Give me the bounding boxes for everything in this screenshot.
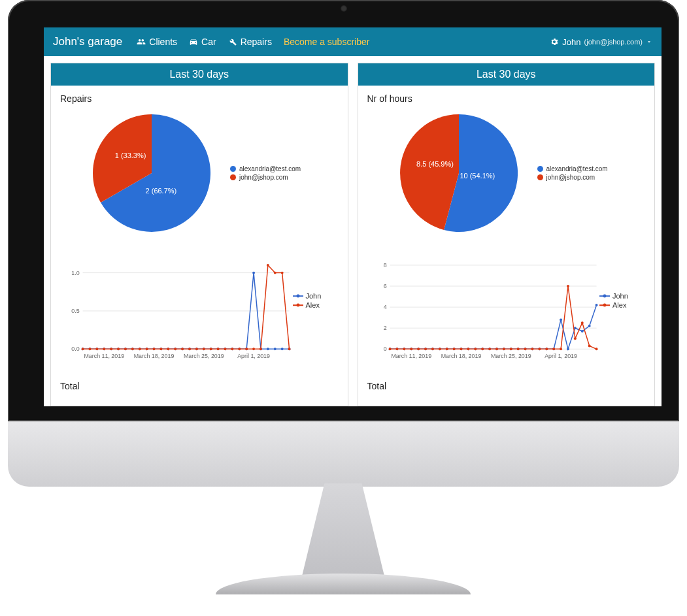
repairs-total-label: Total — [60, 381, 339, 391]
pie-right-blue-label: 10 (54.1%) — [460, 172, 495, 180]
repairs-line-chart: 0.00.51.0March 11, 2019March 18, 2019Mar… — [60, 258, 293, 369]
panel-hours: Last 30 days Nr of hours 8.5 (45.9%) 10 … — [358, 63, 656, 406]
svg-point-52 — [167, 348, 169, 350]
svg-point-41 — [88, 348, 91, 350]
svg-text:March 25, 2019: March 25, 2019 — [184, 353, 224, 359]
brand-title[interactable]: John's garage — [53, 35, 122, 48]
legend-alex-line-2: Alex — [612, 301, 626, 309]
svg-point-67 — [274, 272, 276, 274]
monitor-bezel: John's garage Clients Car Repairs Become… — [8, 0, 679, 421]
svg-point-60 — [224, 348, 227, 350]
nav-repairs[interactable]: Repairs — [228, 37, 272, 47]
svg-point-40 — [82, 348, 84, 350]
svg-point-44 — [110, 348, 112, 350]
imac-mockup: John's garage Clients Car Repairs Become… — [0, 0, 687, 616]
svg-text:March 11, 2019: March 11, 2019 — [391, 353, 431, 359]
svg-point-68 — [281, 272, 284, 274]
monitor-stand-base — [216, 574, 471, 594]
svg-point-128 — [488, 348, 491, 350]
svg-point-122 — [445, 348, 448, 350]
svg-point-51 — [159, 348, 162, 350]
hours-title: Nr of hours — [367, 93, 646, 104]
svg-point-137 — [552, 348, 555, 350]
svg-text:0.0: 0.0 — [71, 346, 79, 352]
svg-text:0: 0 — [383, 346, 386, 352]
svg-point-108 — [560, 318, 562, 321]
svg-text:March 18, 2019: March 18, 2019 — [441, 353, 481, 359]
svg-point-69 — [288, 348, 291, 350]
monitor-chin — [8, 421, 679, 487]
svg-text:6: 6 — [383, 283, 386, 289]
svg-point-38 — [281, 348, 284, 350]
svg-point-46 — [124, 348, 127, 350]
pie-right-red-label: 8.5 (45.9%) — [416, 160, 454, 168]
svg-text:4: 4 — [383, 304, 386, 310]
svg-point-42 — [95, 348, 98, 350]
svg-point-43 — [103, 348, 105, 350]
svg-point-48 — [139, 348, 141, 350]
hours-line-chart: 02468March 11, 2019March 18, 2019March 2… — [367, 258, 600, 369]
svg-point-45 — [117, 348, 120, 350]
gear-icon — [550, 37, 559, 46]
caret-down-icon — [646, 39, 652, 45]
svg-point-123 — [452, 348, 455, 350]
nav-subscribe-label: Become a subscriber — [284, 37, 370, 47]
panel-repairs: Last 30 days Repairs 1 (33.3%) 2 (66.7%) — [50, 63, 348, 406]
users-icon — [137, 37, 146, 46]
svg-point-118 — [417, 348, 420, 350]
nav-car[interactable]: Car — [189, 37, 216, 47]
svg-point-125 — [467, 348, 469, 350]
wrench-icon — [228, 37, 237, 46]
svg-point-49 — [146, 348, 148, 350]
repairs-line-legend: John Alex — [293, 258, 339, 369]
pie-left-red-label: 1 (33.3%) — [115, 152, 146, 159]
svg-point-133 — [524, 348, 526, 350]
svg-point-113 — [595, 304, 597, 306]
legend-alexandria: alexandria@test.com — [239, 165, 301, 172]
svg-point-120 — [431, 348, 433, 350]
hours-pie-chart: 8.5 (45.9%) 10 (54.1%) — [400, 114, 518, 232]
svg-text:April 1, 2019: April 1, 2019 — [237, 353, 270, 359]
svg-point-109 — [567, 348, 569, 350]
svg-point-124 — [460, 348, 462, 350]
repairs-pie-legend: alexandria@test.com john@jshop.com — [230, 164, 301, 182]
svg-point-115 — [395, 348, 398, 350]
svg-text:2: 2 — [383, 325, 386, 331]
svg-text:March 11, 2019: March 11, 2019 — [84, 353, 124, 359]
svg-point-140 — [573, 337, 576, 340]
panel-hours-header: Last 30 days — [358, 63, 655, 86]
svg-point-126 — [474, 348, 477, 350]
svg-point-34 — [252, 272, 255, 274]
svg-point-55 — [188, 348, 191, 350]
svg-point-129 — [495, 348, 498, 350]
nav-subscribe[interactable]: Become a subscriber — [284, 37, 370, 47]
svg-point-112 — [588, 325, 590, 327]
svg-point-117 — [410, 348, 412, 350]
svg-text:1.0: 1.0 — [71, 270, 79, 276]
svg-point-142 — [588, 345, 590, 348]
svg-point-59 — [217, 348, 220, 350]
svg-point-54 — [181, 348, 184, 350]
svg-point-135 — [538, 348, 541, 350]
camera-dot — [341, 5, 347, 12]
nav-clients[interactable]: Clients — [137, 37, 177, 47]
svg-point-62 — [238, 348, 241, 350]
user-menu[interactable]: John (john@jshop.com) — [550, 37, 652, 47]
monitor-stand-neck — [301, 483, 386, 581]
svg-point-58 — [210, 348, 212, 350]
svg-point-56 — [195, 348, 198, 350]
svg-point-61 — [231, 348, 233, 350]
svg-point-37 — [274, 348, 276, 350]
svg-text:March 18, 2019: March 18, 2019 — [134, 353, 175, 359]
svg-point-50 — [153, 348, 156, 350]
app-screen: John's garage Clients Car Repairs Become… — [44, 27, 662, 406]
legend-john-line-2: John — [612, 292, 628, 300]
hours-line-legend: John Alex — [599, 258, 645, 369]
svg-text:April 1, 2019: April 1, 2019 — [545, 353, 577, 359]
repairs-title: Repairs — [60, 93, 339, 104]
svg-point-139 — [567, 285, 569, 287]
svg-point-143 — [595, 348, 597, 350]
legend-john: john@jshop.com — [239, 174, 288, 181]
svg-text:March 25, 2019: March 25, 2019 — [490, 353, 531, 359]
svg-point-66 — [267, 264, 269, 267]
